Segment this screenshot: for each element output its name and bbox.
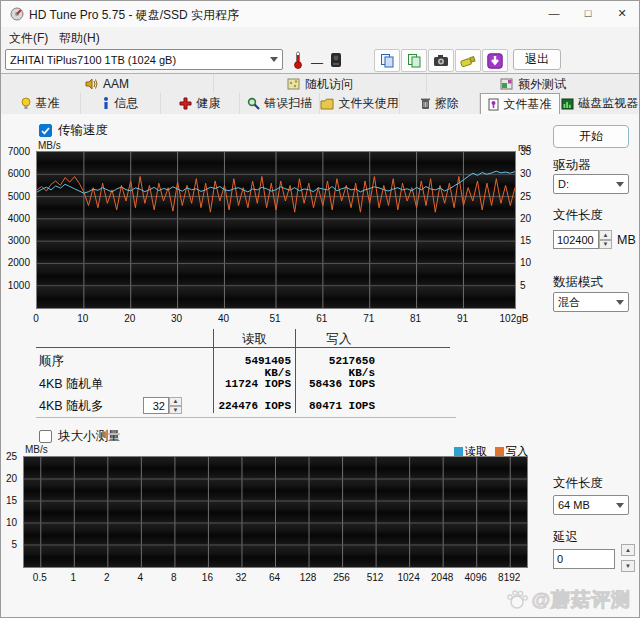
tick-label: 8192: [489, 572, 529, 583]
results-divider-1: [213, 329, 214, 413]
queue-depth-stepper[interactable]: 32 ▲▼: [143, 397, 182, 414]
menu-file[interactable]: 文件(F): [9, 30, 48, 47]
results-col-read: 读取: [214, 331, 295, 348]
lower-chart-unit: MB/s: [25, 444, 48, 455]
row-sequential-read: 5491405 KB/s: [215, 355, 291, 379]
tab-error-scan[interactable]: 错误扫描: [240, 93, 320, 114]
chevron-down-icon: [616, 182, 624, 187]
update-download-button[interactable]: [482, 49, 508, 72]
lower-chart-x-axis: 0.512481632641282565121024204840968192: [23, 572, 528, 584]
data-mode-dropdown[interactable]: 混合: [553, 292, 629, 312]
disk-monitor-icon: [561, 98, 574, 110]
close-button[interactable]: ✕: [605, 1, 639, 26]
copy-text-button[interactable]: [401, 49, 427, 72]
row-4k-multi-write: 80471 IOPS: [299, 400, 375, 412]
queue-depth-value: 32: [143, 397, 169, 414]
temperature-value: —: [311, 56, 323, 70]
tick-label: 51: [255, 313, 295, 324]
tab-extra-tests[interactable]: 额外测试: [427, 74, 639, 94]
tab-label: AAM: [103, 77, 129, 91]
copy-blue-icon: [380, 53, 395, 68]
tab-strip-secondary: AAM 随机访问 额外测试: [1, 73, 639, 94]
tab-file-benchmark[interactable]: 文件基准: [480, 93, 561, 114]
start-button[interactable]: 开始: [553, 125, 629, 148]
tick-label: 30: [520, 168, 538, 179]
spin-down-icon[interactable]: ▼: [169, 406, 182, 415]
hd-tune-window: HD Tune Pro 5.75 - 硬盘/SSD 实用程序 — □ ✕ 文件(…: [0, 0, 640, 618]
row-sequential-write: 5217650 KB/s: [299, 355, 375, 379]
results-bottom-rule: [36, 417, 456, 418]
transfer-speed-checkbox[interactable]: [39, 124, 52, 137]
tick-label: 25: [1, 451, 17, 462]
file-length2-dropdown[interactable]: 64 MB: [553, 495, 629, 515]
transfer-speed-label: 传输速度: [58, 122, 108, 139]
tick-label: 25: [520, 191, 538, 202]
tick-label: 15: [1, 495, 17, 506]
tab-folder-usage[interactable]: 文件夹使用: [320, 93, 400, 114]
tick-label: 10: [1, 517, 17, 528]
tab-label: 文件夹使用: [338, 95, 398, 112]
spin-down-icon[interactable]: ▼: [621, 560, 635, 572]
file-length-stepper[interactable]: 102400 ▲▼: [553, 230, 612, 249]
folder-icon: [320, 98, 334, 110]
tick-label: 5: [1, 539, 17, 550]
camera-icon: [433, 54, 449, 67]
tab-label: 磁盘监视器: [578, 95, 638, 112]
block-size-label: 块大小测量: [58, 428, 121, 445]
paw-icon: [505, 588, 529, 612]
tab-disk-monitor[interactable]: 磁盘监视器: [560, 93, 639, 114]
download-arrow-icon: [487, 53, 503, 69]
delay-input[interactable]: 0: [553, 549, 615, 569]
upper-chart-y-axis-right: 3530252015105: [520, 151, 540, 309]
screenshot-camera-button[interactable]: [428, 49, 454, 72]
lower-chart-y-axis: 252015105: [1, 456, 19, 568]
block-size-checkbox[interactable]: [39, 430, 52, 443]
drive-select[interactable]: ZHITAI TiPlus7100 1TB (1024 gB): [5, 49, 283, 70]
tab-label: 信息: [114, 95, 138, 112]
exit-button[interactable]: 退出: [513, 49, 561, 70]
check-icon: [41, 127, 50, 135]
legend-read-swatch: [454, 447, 463, 456]
tab-label: 随机访问: [305, 76, 353, 93]
results-col-write: 写入: [296, 331, 382, 348]
spin-up-icon[interactable]: ▲: [599, 230, 612, 240]
usb-stick-icon: [460, 54, 476, 68]
drive-dropdown-value: D:: [558, 178, 569, 190]
tick-label: 10: [63, 313, 103, 324]
app-icon: [10, 7, 24, 21]
maximize-button[interactable]: □: [571, 1, 605, 26]
tab-health[interactable]: 健康: [161, 93, 241, 114]
tab-benchmark[interactable]: 基准: [1, 93, 81, 114]
usb-device-button[interactable]: [455, 49, 481, 72]
spin-up-icon[interactable]: ▲: [621, 544, 635, 556]
file-length-value: 102400: [553, 230, 599, 249]
row-4k-single-write: 58436 IOPS: [299, 378, 375, 390]
drive-select-value: ZHITAI TiPlus7100 1TB (1024 gB): [10, 54, 176, 66]
drive-dropdown[interactable]: D:: [553, 174, 629, 194]
row-4k-multi-read: 224476 IOPS: [215, 400, 291, 412]
data-mode-label: 数据模式: [553, 274, 603, 291]
chevron-down-icon: [616, 503, 624, 508]
speaker-icon: [85, 78, 98, 90]
tab-random-access[interactable]: 随机访问: [214, 74, 427, 94]
tab-erase[interactable]: 擦除: [400, 93, 480, 114]
tab-aam[interactable]: AAM: [1, 74, 214, 94]
tab-label: 擦除: [435, 95, 459, 112]
magnifier-icon: [247, 97, 260, 110]
tick-label: 30: [157, 313, 197, 324]
menu-help[interactable]: 帮助(H): [59, 30, 100, 47]
tab-info[interactable]: 信息: [81, 93, 161, 114]
tab-label: 错误扫描: [264, 95, 312, 112]
upper-chart-unit-left: MB/s: [38, 140, 61, 151]
file-benchmark-icon: [488, 98, 499, 111]
tick-label: 4000: [1, 213, 30, 224]
spin-up-icon[interactable]: ▲: [169, 397, 182, 406]
chevron-down-icon: [616, 300, 624, 305]
tick-label: 2000: [1, 257, 30, 268]
copy-screenshot-button[interactable]: [374, 49, 400, 72]
tick-label: 5000: [1, 191, 30, 202]
spin-down-icon[interactable]: ▼: [599, 240, 612, 250]
row-sequential-label: 顺序: [39, 353, 64, 370]
minimize-button[interactable]: —: [537, 1, 571, 26]
watermark: @蘑菇评测: [505, 587, 631, 613]
